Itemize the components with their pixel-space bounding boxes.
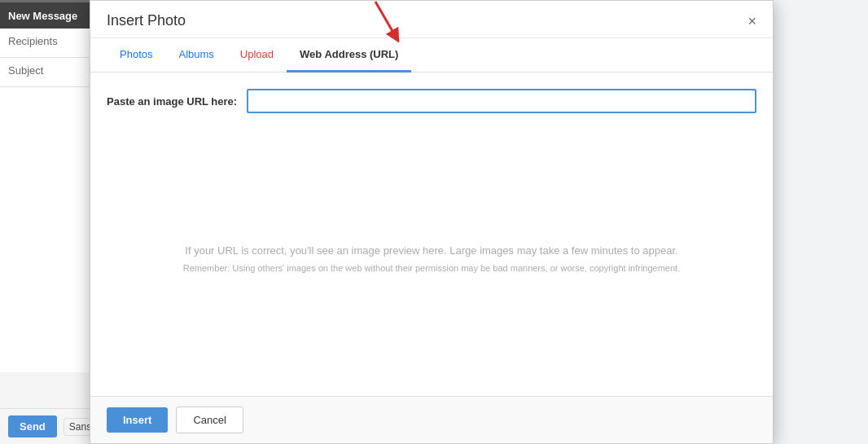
dialog-content: Paste an image URL here: If your URL is … — [90, 73, 773, 396]
preview-hint: If your URL is correct, you'll see an im… — [185, 244, 677, 257]
subject-label: Subject — [8, 64, 43, 77]
cancel-button[interactable]: Cancel — [176, 407, 243, 433]
dialog-title: Insert Photo — [107, 12, 186, 29]
tab-upload[interactable]: Upload — [227, 38, 287, 72]
url-input[interactable] — [247, 89, 756, 113]
dialog-tabs: Photos Albums Upload Web Address (URL) — [90, 38, 773, 73]
dialog-close-button[interactable]: × — [747, 14, 756, 29]
url-input-row: Paste an image URL here: — [107, 89, 756, 113]
dialog-footer: Insert Cancel — [90, 396, 773, 443]
insert-photo-dialog: Insert Photo × Photos Albums Upload Web … — [90, 0, 774, 444]
tab-photos[interactable]: Photos — [107, 38, 165, 72]
compose-title: New Message — [8, 10, 77, 22]
preview-area: If your URL is correct, you'll see an im… — [107, 138, 756, 380]
tab-albums[interactable]: Albums — [165, 38, 226, 72]
dialog-header: Insert Photo × — [90, 1, 773, 38]
preview-warning: Remember: Using others' images on the we… — [183, 263, 680, 273]
tab-web-address[interactable]: Web Address (URL) — [287, 38, 411, 73]
send-button[interactable]: Send — [8, 415, 57, 437]
insert-button[interactable]: Insert — [107, 407, 168, 433]
recipients-label: Recipients — [8, 35, 58, 47]
url-label: Paste an image URL here: — [107, 95, 237, 108]
